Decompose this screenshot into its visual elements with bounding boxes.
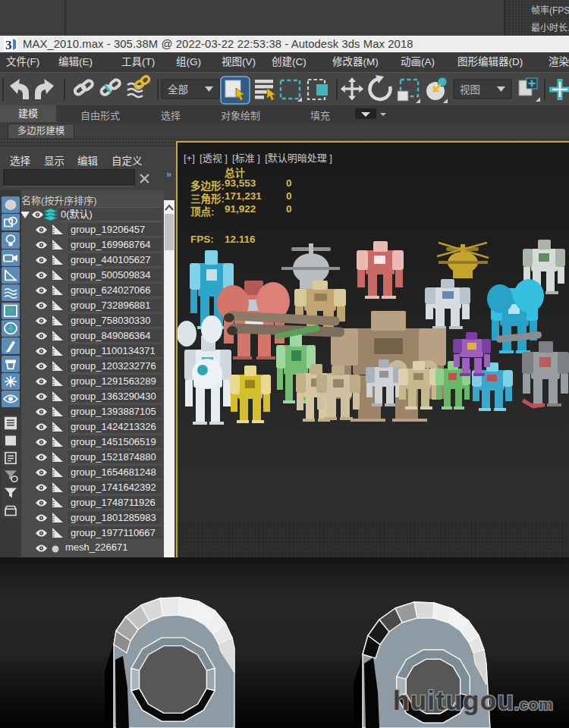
svg-text:视图: 视图 xyxy=(460,84,480,96)
svg-text:全部: 全部 xyxy=(168,83,188,96)
svg-text:3: 3 xyxy=(5,38,12,52)
